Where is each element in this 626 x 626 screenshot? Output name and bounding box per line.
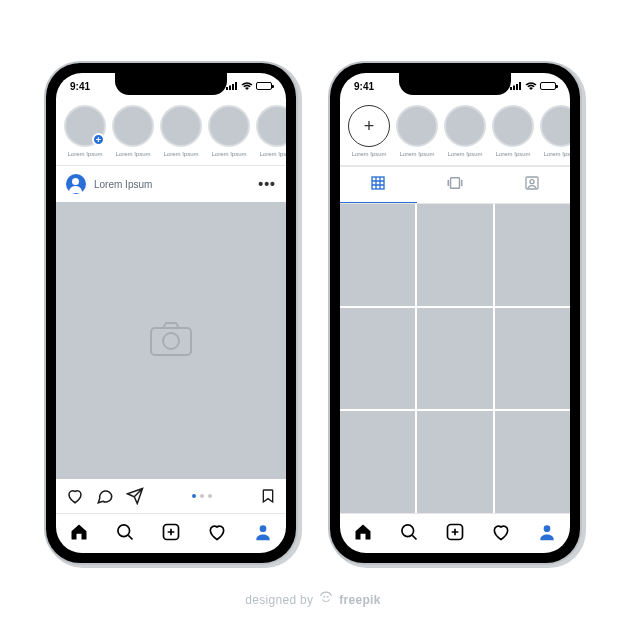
grid-cell[interactable] — [340, 204, 415, 306]
nav-search-icon[interactable] — [399, 522, 419, 546]
device-notch — [115, 73, 227, 95]
post-actions — [56, 479, 286, 513]
like-icon[interactable] — [66, 487, 84, 505]
highlight-label: Lorem Ipsum — [495, 151, 530, 157]
svg-rect-14 — [451, 178, 460, 189]
highlights-row[interactable]: + Lorem Ipsum Lorem Ipsum Lorem Ipsum Lo… — [340, 99, 570, 166]
plus-icon[interactable]: + — [348, 105, 390, 147]
bookmark-icon[interactable] — [260, 487, 276, 505]
signal-icon — [226, 81, 238, 92]
highlight-avatar[interactable] — [492, 105, 534, 147]
svg-point-20 — [324, 596, 326, 598]
nav-search-icon[interactable] — [115, 522, 135, 546]
grid-cell[interactable] — [340, 308, 415, 410]
bottom-nav — [56, 513, 286, 553]
svg-rect-10 — [513, 85, 515, 90]
highlight-item[interactable]: Lorem Ipsum — [540, 105, 570, 157]
attribution: designed by freepik — [0, 591, 626, 608]
story-avatar[interactable] — [112, 105, 154, 147]
battery-icon — [256, 82, 272, 90]
wifi-icon — [241, 81, 253, 92]
story-label: Lorem Ipsum — [211, 151, 246, 157]
svg-rect-11 — [516, 84, 518, 90]
story-label: Lorem Ipsum — [163, 151, 198, 157]
nav-activity-icon[interactable] — [491, 522, 511, 546]
story-label: Lorem Ipsum — [115, 151, 150, 157]
nav-add-icon[interactable] — [161, 522, 181, 546]
svg-point-8 — [260, 525, 267, 532]
story-item[interactable]: + Lorem Ipsum — [64, 105, 106, 157]
comment-icon[interactable] — [96, 487, 114, 505]
nav-profile-icon[interactable] — [253, 522, 273, 546]
story-avatar[interactable] — [256, 105, 286, 147]
story-item[interactable]: Lorem Ipsum — [112, 105, 154, 157]
device-notch — [399, 73, 511, 95]
svg-rect-0 — [226, 87, 228, 90]
nav-profile-icon[interactable] — [537, 522, 557, 546]
story-item[interactable]: Lorem Ipsum — [160, 105, 202, 157]
grid-cell[interactable] — [340, 411, 415, 513]
story-item[interactable]: Lorem Ipsum — [256, 105, 286, 157]
story-avatar[interactable] — [160, 105, 202, 147]
svg-rect-13 — [372, 177, 384, 189]
battery-icon — [540, 82, 556, 90]
post-image[interactable] — [56, 202, 286, 479]
tab-tagged[interactable] — [493, 167, 570, 203]
svg-rect-1 — [229, 85, 231, 90]
profile-tabs — [340, 166, 570, 204]
stories-row[interactable]: + Lorem Ipsum Lorem Ipsum Lorem Ipsum Lo… — [56, 99, 286, 166]
story-avatar[interactable]: + — [64, 105, 106, 147]
post-author-avatar[interactable] — [66, 174, 86, 194]
grid-cell[interactable] — [417, 411, 492, 513]
tab-carousel[interactable] — [417, 167, 494, 203]
grid-cell[interactable] — [495, 308, 570, 410]
story-item[interactable]: Lorem Ipsum — [208, 105, 250, 157]
carousel-dot — [192, 494, 196, 498]
highlight-label: Lorem Ipsum — [399, 151, 434, 157]
post-more-icon[interactable]: ••• — [258, 176, 276, 192]
status-time: 9:41 — [70, 81, 110, 92]
svg-point-19 — [544, 525, 551, 532]
grid-cell[interactable] — [495, 204, 570, 306]
highlight-add[interactable]: + Lorem Ipsum — [348, 105, 390, 157]
status-time: 9:41 — [354, 81, 394, 92]
grid-cell[interactable] — [417, 308, 492, 410]
photo-grid — [340, 204, 570, 513]
post-author-name[interactable]: Lorem Ipsum — [94, 179, 152, 190]
tagged-icon — [524, 175, 540, 195]
story-label: Lorem Ipsum — [67, 151, 102, 157]
highlight-label: Lorem Ipsum — [543, 151, 570, 157]
highlight-item[interactable]: Lorem Ipsum — [492, 105, 534, 157]
highlight-label: Lorem Ipsum — [351, 151, 386, 157]
carousel-icon — [446, 175, 464, 195]
grid-cell[interactable] — [495, 411, 570, 513]
nav-home-icon[interactable] — [353, 522, 373, 546]
carousel-dot — [208, 494, 212, 498]
tab-grid[interactable] — [340, 167, 417, 203]
share-icon[interactable] — [126, 487, 144, 505]
svg-rect-9 — [510, 87, 512, 90]
phone-feed-mockup: 9:41 + Lorem Ipsum Lorem Ipsum Lorem Ips… — [46, 63, 296, 563]
nav-activity-icon[interactable] — [207, 522, 227, 546]
attribution-prefix: designed by — [245, 593, 313, 607]
nav-add-icon[interactable] — [445, 522, 465, 546]
camera-placeholder-icon — [149, 321, 193, 361]
attribution-brand: freepik — [339, 593, 380, 607]
signal-icon — [510, 81, 522, 92]
carousel-dot — [200, 494, 204, 498]
highlight-avatar[interactable] — [540, 105, 570, 147]
highlight-label: Lorem Ipsum — [447, 151, 482, 157]
wifi-icon — [525, 81, 537, 92]
freepik-logo-icon — [319, 591, 333, 608]
highlight-item[interactable]: Lorem Ipsum — [444, 105, 486, 157]
svg-rect-2 — [232, 84, 234, 90]
highlight-avatar[interactable] — [444, 105, 486, 147]
svg-point-6 — [118, 524, 130, 536]
grid-cell[interactable] — [417, 204, 492, 306]
highlight-item[interactable]: Lorem Ipsum — [396, 105, 438, 157]
nav-home-icon[interactable] — [69, 522, 89, 546]
post-header: Lorem Ipsum ••• — [56, 166, 286, 202]
highlight-avatar[interactable] — [396, 105, 438, 147]
story-avatar[interactable] — [208, 105, 250, 147]
add-story-badge-icon[interactable]: + — [92, 133, 105, 146]
